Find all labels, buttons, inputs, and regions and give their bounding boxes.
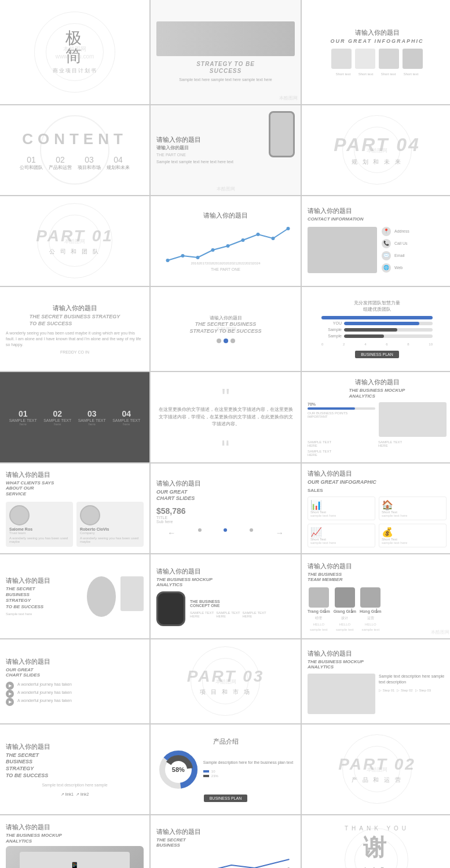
content-item-1: 01公司和团队 xyxy=(20,155,43,171)
bp-title-zh: 请输入你的题目 xyxy=(355,378,400,387)
ma2-title-en: THE BUSINESS MOCKUPANALYTICS xyxy=(308,659,447,670)
pie-title-zh: 产品介绍 xyxy=(156,737,295,746)
cs2-title-en: OUR GREATCHART SLIDES xyxy=(156,489,295,502)
sb3-title-zh: 请输入你的题目 xyxy=(6,742,144,751)
content-slide: CONTENT 01公司和团队 02产品和运营 03项目和市场 04规划和未来 xyxy=(0,105,149,195)
cover-subtitle: 商业项目计划书 xyxy=(53,67,97,75)
strat-mid-title-zh: 请输入你的题目 xyxy=(210,315,242,321)
strategy-slide2: 请输入你的题目 THE SECRETBUSINESSSTRATEGYTO BE … xyxy=(0,554,149,638)
business-plan-slide: 充分发挥团队智慧力量组建优质团队 YOU Sample Sample 0 2 4… xyxy=(302,287,450,371)
team-member-2: Giang Giảm 设计 HELLO sample text xyxy=(334,587,356,631)
part02-sublabel: 产 品 和 运 营 xyxy=(338,776,416,784)
part01-label: PART 01 xyxy=(36,227,114,245)
watch-content: THE BUSINESSCONCEPT ONE SAMPLE TEXTHERE … xyxy=(156,591,295,626)
team-members: Trang Giảm 经理 HELLO sample text Giang Gi… xyxy=(308,587,447,631)
cs2-value: $58,786 TITLESub here xyxy=(156,506,295,524)
svg-point-6 xyxy=(257,233,260,236)
contact-email: ✉️ Email xyxy=(382,251,447,260)
contact-phone: 📞 Call Us xyxy=(382,239,447,248)
bp-bars: YOU Sample Sample xyxy=(321,321,433,340)
contact-image xyxy=(308,227,377,273)
business-points-slide: 请输入你的题目 THE BUSINESS MOCKUPANALYTICS 70%… xyxy=(302,372,450,462)
strat2-content: 请输入你的题目 THE SECRETBUSINESSSTRATEGYTO BE … xyxy=(6,576,144,617)
strat2-title-zh: 请输入你的题目 xyxy=(6,576,82,585)
step-3: ▶ A wonderful journey has taken xyxy=(6,698,144,706)
watch-mockup xyxy=(156,591,185,626)
dark-banner-content: 01 SAMPLE TEXT here 02 SAMPLE TEXT here … xyxy=(0,404,149,431)
thankyou-zh: 谢谢 xyxy=(345,832,409,868)
strat2-title-en: THE SECRETBUSINESSSTRATEGYTO BE SUCCESS xyxy=(6,586,82,610)
phone-title-zh: 请输入你的题目 xyxy=(156,135,263,144)
part03-slide: PART 03 项 目 和 市 场 本酷图网 xyxy=(151,639,301,723)
contact-web: 🌐 Web xyxy=(382,263,447,273)
strategy-biz-3: 请输入你的题目 THE SECRETBUSINESSSTRATEGYTO BE … xyxy=(0,724,149,814)
mlc-title-en: THE SECRETBUSINESS xyxy=(156,837,295,848)
content-item-3: 03项目和市场 xyxy=(78,155,101,171)
phone-text: Sample text sample text here text here t… xyxy=(156,159,263,165)
ss-link: FREDDY CO IN xyxy=(60,350,89,354)
testimonial-slide: 请输入你的题目 WHAT CLIENTS SAYSABOUT OURSERVIC… xyxy=(0,464,149,553)
content-items: 01公司和团队 02产品和运营 03项目和市场 04规划和未来 xyxy=(20,155,130,171)
test-title-en: WHAT CLIENTS SAYSABOUT OURSERVICE xyxy=(6,480,144,497)
watermark-3: 本酷图网 xyxy=(217,186,235,192)
tab-title-en: THE BUSINESS MOCKUPANALYTICS xyxy=(6,833,144,844)
team-title-zh: 请输入你的题目 xyxy=(308,562,447,571)
strategy-mid-slide: 请输入你的题目 THE SECRET BUSINESSSTRATEGY TO B… xyxy=(151,287,301,371)
svg-point-2 xyxy=(196,256,200,259)
testimonial-persons: Salome Ros Trust team A wonderly seeing … xyxy=(6,502,144,547)
business-plan-button[interactable]: BUSINESS PLAN xyxy=(355,351,399,358)
contact-title-zh: 请输入你的题目 xyxy=(308,207,447,215)
watch-slide: 请输入你的题目 THE BUSINESS MOCKUPANALYTICS THE… xyxy=(151,554,301,638)
multiline-chart-slide: 请输入你的题目 THE SECRETBUSINESS Blue Gray Yel… xyxy=(151,815,301,868)
svg-point-4 xyxy=(226,244,230,248)
pie-business-plan-btn[interactable]: BUSINESS PLAN xyxy=(204,795,248,802)
part04-sublabel: 规 划 和 未 来 xyxy=(334,158,420,166)
person1-text: A wonderly seeing you has been used mayb… xyxy=(9,536,69,543)
content-label: CONTENT xyxy=(22,130,127,148)
svg-point-5 xyxy=(242,238,245,242)
strat2-text: Sample text here xyxy=(6,612,82,616)
tablet-mockup: 📱 xyxy=(6,846,144,868)
team-member-1: Trang Giảm 经理 HELLO sample text xyxy=(308,587,330,631)
dark-banner-slide: 01 SAMPLE TEXT here 02 SAMPLE TEXT here … xyxy=(0,372,149,462)
step-1: ▶ A wonderful journey has taken xyxy=(6,682,144,690)
ma2-title-zh: 请输入你的题目 xyxy=(308,649,447,658)
svg-point-1 xyxy=(181,254,185,258)
bp-image xyxy=(379,402,447,437)
watch-title-en: THE BUSINESS MOCKUPANALYTICS xyxy=(156,577,295,588)
infographic-title-zh: 请输入你的题目 xyxy=(355,28,400,37)
secret-strategy-slide: 请输入你的题目 THE SECRET BUSINESS STRATEGYTO B… xyxy=(0,287,149,371)
content-item-4: 04规划和未来 xyxy=(107,155,130,171)
pie-legend: 10 23% xyxy=(203,770,293,778)
line-chart xyxy=(156,226,295,260)
strat2-person2 xyxy=(120,576,144,611)
person2-text: A wonderly seeing you has been used mayb… xyxy=(80,536,140,543)
bp-axis: 0 2 4 6 8 10 xyxy=(321,343,433,346)
step-2: ▶ A wonderful journey has taken xyxy=(6,690,144,698)
bcs-title-en: OUR GREATCHART SLIDES xyxy=(6,667,144,678)
bcs-title-zh: 请输入你的题目 xyxy=(6,657,144,666)
contact-address: 📍 Address xyxy=(382,227,447,236)
mockup-analytics-2: 请输入你的题目 THE BUSINESS MOCKUPANALYTICS Sam… xyxy=(302,639,450,723)
part03-label: PART 03 xyxy=(187,667,265,686)
ss-title-en: THE SECRET BUSINESS STRATEGYTO BE SUCCES… xyxy=(30,314,120,327)
watch-concept: THE BUSINESSCONCEPT ONE xyxy=(190,599,295,608)
bcs-steps: ▶ A wonderful journey has taken ▶ A wond… xyxy=(6,682,144,706)
person2-role: Company xyxy=(80,531,140,535)
part02-label: PART 02 xyxy=(338,755,416,774)
content-item-2: 02产品和运营 xyxy=(49,155,72,171)
pie-chart: 58% xyxy=(158,749,199,790)
mlc-title-zh: 请输入你的题目 xyxy=(156,827,295,836)
infographic-title-slide: 请输入你的题目 OUR GREAT INFOGRAPHIC Short text… xyxy=(302,0,450,104)
contact-title-en: CONTACT INFORMATION xyxy=(308,216,447,222)
person2-avatar xyxy=(80,505,100,525)
svg-point-8 xyxy=(287,227,290,230)
linechart-title-zh: 请输入你的题目 xyxy=(203,211,248,220)
svg-point-7 xyxy=(272,237,275,240)
watermark-2: 本酷图网 xyxy=(279,95,298,101)
sb3-text: Sample text description here sample xyxy=(42,782,107,789)
multiline-chart xyxy=(156,851,295,868)
infographic-title-en: OUR GREAT INFOGRAPHIC xyxy=(331,38,424,45)
person1-avatar xyxy=(9,505,30,525)
part03-sublabel: 项 目 和 市 场 xyxy=(187,688,265,696)
